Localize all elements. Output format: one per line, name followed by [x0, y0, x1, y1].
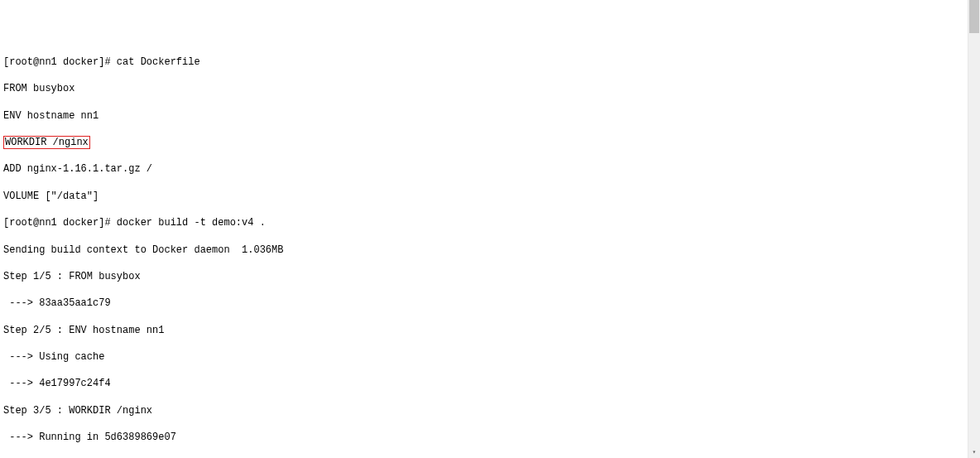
scroll-down-icon[interactable]: ▾: [968, 446, 980, 458]
terminal-line: Step 1/5 : FROM busybox: [3, 270, 977, 283]
terminal-line: ---> Using cache: [3, 350, 977, 364]
scrollbar-thumb[interactable]: [969, 0, 979, 33]
terminal-line: Sending build context to Docker daemon 1…: [3, 243, 977, 257]
terminal-line: ENV hostname nn1: [3, 109, 977, 123]
terminal-line: Step 3/5 : WORKDIR /nginx: [3, 404, 977, 417]
terminal-line: VOLUME ["/data"]: [3, 190, 977, 203]
terminal-line: WORKDIR /nginx: [3, 136, 977, 149]
terminal-line: FROM busybox: [3, 82, 977, 95]
terminal-line: [root@nn1 docker]# docker build -t demo:…: [3, 216, 977, 229]
terminal-line: ---> Running in 5d6389869e07: [3, 431, 977, 444]
terminal-line: ---> 83aa35aa1c79: [3, 296, 977, 310]
terminal-line: Step 2/5 : ENV hostname nn1: [3, 324, 977, 337]
terminal-line: ---> 4e17997c24f4: [3, 377, 977, 390]
terminal-line: [root@nn1 docker]# cat Dockerfile: [3, 55, 977, 69]
vertical-scrollbar[interactable]: ▴ ▾: [968, 0, 980, 458]
terminal-line: ADD nginx-1.16.1.tar.gz /: [3, 162, 977, 176]
highlighted-workdir: WORKDIR /nginx: [3, 136, 90, 149]
